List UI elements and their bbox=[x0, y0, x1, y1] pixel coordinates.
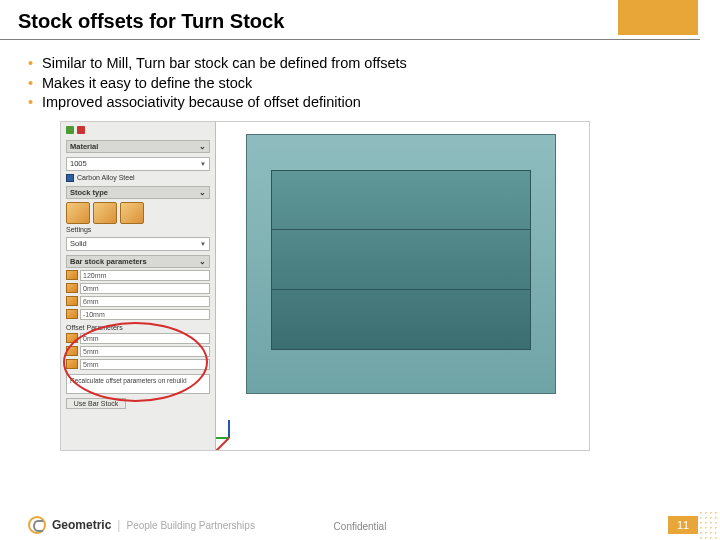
settings-label: Settings bbox=[66, 226, 210, 233]
dim-icon bbox=[66, 283, 78, 293]
offset-field[interactable]: 0mm bbox=[66, 333, 210, 344]
stock-option-icon[interactable] bbox=[66, 202, 90, 224]
ok-icon[interactable] bbox=[66, 126, 74, 134]
param-field[interactable]: 0mm bbox=[66, 283, 210, 294]
accent-block bbox=[618, 0, 698, 35]
dim-icon bbox=[66, 296, 78, 306]
panel-topbar bbox=[66, 124, 210, 136]
offset-field[interactable]: 5mm bbox=[66, 346, 210, 357]
stock-model bbox=[271, 170, 531, 350]
settings-dropdown[interactable]: Solid bbox=[66, 237, 210, 251]
use-bar-stock-button[interactable]: Use Bar Stock bbox=[66, 398, 126, 409]
axis-triad bbox=[224, 414, 252, 442]
param-field[interactable]: 120mm bbox=[66, 270, 210, 281]
property-panel: Material⌄ 1005 Carbon Alloy Steel Stock … bbox=[61, 122, 216, 450]
offset-field[interactable]: 5mm bbox=[66, 359, 210, 370]
bullet-item: Similar to Mill, Turn bar stock can be d… bbox=[28, 54, 720, 74]
embedded-screenshot: Material⌄ 1005 Carbon Alloy Steel Stock … bbox=[60, 121, 590, 451]
footer-decoration bbox=[698, 510, 720, 540]
z-axis bbox=[228, 420, 230, 438]
dim-icon bbox=[66, 359, 78, 369]
material-legend: Carbon Alloy Steel bbox=[66, 174, 210, 182]
offset-params-header: Offset Parameters bbox=[66, 324, 210, 331]
material-dropdown[interactable]: 1005 bbox=[66, 157, 210, 171]
logo-icon bbox=[28, 516, 46, 534]
page-number: 11 bbox=[668, 516, 698, 534]
confidential-label: Confidential bbox=[334, 521, 387, 532]
stock-type-icons bbox=[66, 202, 210, 224]
rebuild-note[interactable]: Recalculate offset parameters on rebuild bbox=[66, 374, 210, 394]
stock-option-icon[interactable] bbox=[120, 202, 144, 224]
separator: | bbox=[117, 518, 120, 532]
model-viewport[interactable] bbox=[216, 122, 589, 450]
bullet-item: Makes it easy to define the stock bbox=[28, 74, 720, 94]
material-header[interactable]: Material⌄ bbox=[66, 140, 210, 153]
stocktype-header[interactable]: Stock type⌄ bbox=[66, 186, 210, 199]
bar-params-header[interactable]: Bar stock parameters⌄ bbox=[66, 255, 210, 268]
tagline: People Building Partnerships bbox=[126, 520, 254, 531]
bullet-list: Similar to Mill, Turn bar stock can be d… bbox=[28, 54, 720, 113]
cancel-icon[interactable] bbox=[77, 126, 85, 134]
slide-title: Stock offsets for Turn Stock bbox=[0, 0, 700, 40]
bullet-item: Improved associativity because of offset… bbox=[28, 93, 720, 113]
brand-name: Geometric bbox=[52, 518, 111, 532]
param-field[interactable]: 6mm bbox=[66, 296, 210, 307]
param-field[interactable]: -10mm bbox=[66, 309, 210, 320]
dim-icon bbox=[66, 333, 78, 343]
dim-icon bbox=[66, 346, 78, 356]
stock-option-icon[interactable] bbox=[93, 202, 117, 224]
dim-icon bbox=[66, 270, 78, 280]
dim-icon bbox=[66, 309, 78, 319]
